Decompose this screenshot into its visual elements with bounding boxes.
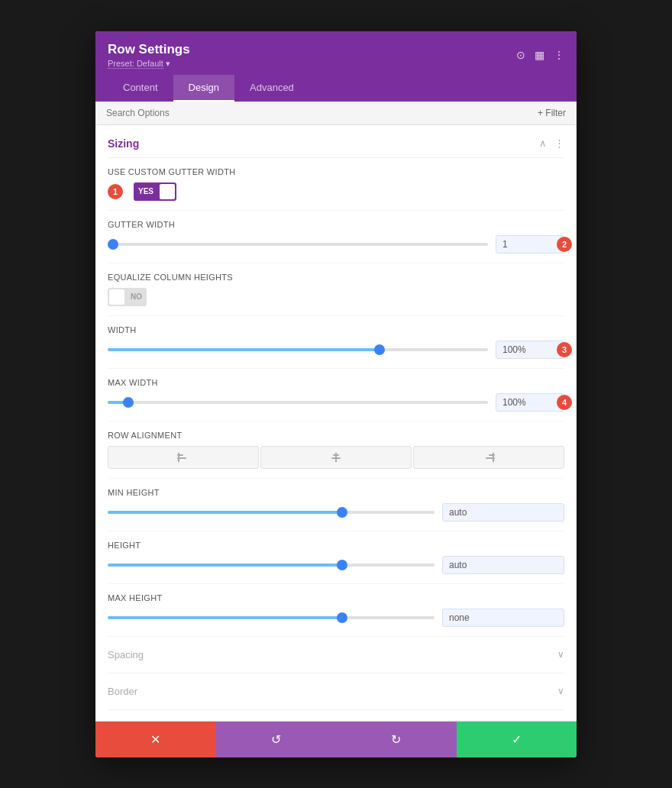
collapse-icon[interactable]: ∧ <box>539 137 547 149</box>
tab-design[interactable]: Design <box>173 75 234 102</box>
width-label: Width <box>108 325 564 334</box>
height-label: Height <box>108 541 564 550</box>
min-height-slider-row: auto <box>108 503 564 522</box>
cancel-button[interactable]: ✕ <box>95 722 216 757</box>
use-custom-gutter-group: Use Custom Gutter Width 1 YES <box>108 158 564 211</box>
border-title: Border <box>108 686 137 697</box>
width-slider[interactable] <box>108 348 488 351</box>
sizing-section-header: Sizing ∧ ⋮ <box>108 125 564 158</box>
gutter-width-slider-row: 1 2 <box>108 235 564 254</box>
filter-button[interactable]: + Filter <box>538 108 566 118</box>
modal-title: Row Settings <box>108 42 190 57</box>
gutter-width-label: Gutter Width <box>108 220 564 229</box>
gutter-width-input-wrap: 1 2 <box>496 235 564 254</box>
min-height-fill <box>108 511 343 514</box>
preset-label[interactable]: Preset: Default <box>108 59 163 69</box>
min-height-slider[interactable] <box>108 511 435 514</box>
section-controls: ∧ ⋮ <box>539 137 564 149</box>
border-chevron: ∨ <box>557 686 564 696</box>
badge-4: 4 <box>557 395 572 410</box>
height-slider[interactable] <box>108 564 435 567</box>
height-value[interactable]: auto <box>442 556 564 574</box>
equalize-toggle[interactable]: NO <box>108 288 147 306</box>
modal-subtitle: Preset: Default ▾ <box>108 59 190 69</box>
box-shadow-section[interactable]: Box Shadow ∨ <box>108 710 564 721</box>
max-width-group: Max Width 100% 4 <box>108 369 564 421</box>
width-input-wrap: 100% 3 <box>496 341 564 359</box>
header-title-group: Row Settings Preset: Default ▾ <box>108 42 190 69</box>
row-alignment-label: Row Alignment <box>108 431 564 440</box>
min-height-label: Min Height <box>108 488 564 497</box>
save-button[interactable]: ✓ <box>457 722 577 757</box>
row-settings-modal: Row Settings Preset: Default ▾ ⊙ ▦ ⋮ Con… <box>95 31 577 757</box>
max-height-value[interactable]: none <box>442 609 564 627</box>
gutter-width-group: Gutter Width 1 2 <box>108 211 564 263</box>
width-group: Width 100% 3 <box>108 316 564 369</box>
toggle-yes-label: YES <box>134 187 158 195</box>
equalize-heights-group: Equalize Column Heights NO <box>108 263 564 316</box>
spacing-title: Spacing <box>108 649 144 660</box>
target-icon[interactable]: ⊙ <box>516 49 525 61</box>
alignment-row <box>108 446 564 469</box>
header-icons: ⊙ ▦ ⋮ <box>516 49 564 61</box>
width-value[interactable]: 100% <box>496 341 564 359</box>
gutter-width-thumb[interactable] <box>108 239 118 250</box>
max-width-thumb[interactable] <box>123 397 134 408</box>
max-height-slider-row: none <box>108 609 564 627</box>
gutter-toggle-row: 1 YES <box>108 182 564 201</box>
row-alignment-group: Row Alignment <box>108 421 564 479</box>
spacing-chevron: ∨ <box>557 649 564 660</box>
border-section[interactable]: Border ∨ <box>108 673 564 710</box>
max-width-slider[interactable] <box>108 401 488 404</box>
tab-advanced[interactable]: Advanced <box>234 75 309 102</box>
equalize-toggle-row: NO <box>108 288 564 306</box>
max-height-thumb[interactable] <box>337 612 347 623</box>
sizing-title: Sizing <box>108 137 139 150</box>
toggle-no-label: NO <box>126 292 147 301</box>
max-width-input-wrap: 100% 4 <box>496 393 564 412</box>
min-height-value[interactable]: auto <box>442 503 564 522</box>
max-width-label: Max Width <box>108 378 564 387</box>
align-right-button[interactable] <box>413 446 564 469</box>
height-fill <box>108 564 343 567</box>
gutter-width-value[interactable]: 1 <box>496 235 564 254</box>
toggle-yes-knob <box>160 184 175 199</box>
width-thumb[interactable] <box>374 344 385 355</box>
gutter-width-slider[interactable] <box>108 243 488 246</box>
align-left-button[interactable] <box>108 446 259 469</box>
spacing-section[interactable]: Spacing ∨ <box>108 637 564 673</box>
max-height-slider[interactable] <box>108 616 435 619</box>
redo-button[interactable]: ↻ <box>336 722 457 757</box>
equalize-heights-label: Equalize Column Heights <box>108 273 564 282</box>
min-height-group: Min Height auto <box>108 479 564 531</box>
height-group: Height auto <box>108 531 564 584</box>
reset-button[interactable]: ↺ <box>216 722 337 757</box>
max-height-fill <box>108 616 343 619</box>
layout-icon[interactable]: ▦ <box>535 49 544 61</box>
width-slider-row: 100% 3 <box>108 341 564 359</box>
min-height-thumb[interactable] <box>337 507 347 518</box>
section-more-icon[interactable]: ⋮ <box>554 137 564 149</box>
align-center-button[interactable] <box>260 446 412 469</box>
height-thumb[interactable] <box>337 560 347 570</box>
width-fill <box>108 348 382 351</box>
badge-1: 1 <box>108 184 123 199</box>
height-slider-row: auto <box>108 556 564 574</box>
header-top: Row Settings Preset: Default ▾ ⊙ ▦ ⋮ <box>108 42 564 69</box>
toggle-no-knob <box>109 289 124 305</box>
tab-content[interactable]: Content <box>108 75 173 102</box>
more-icon[interactable]: ⋮ <box>554 49 564 61</box>
tabs: Content Design Advanced <box>108 75 564 102</box>
max-height-group: Max Height none <box>108 584 564 637</box>
search-bar: + Filter <box>95 102 577 125</box>
gutter-toggle[interactable]: YES <box>134 182 176 201</box>
modal-header: Row Settings Preset: Default ▾ ⊙ ▦ ⋮ Con… <box>95 31 577 102</box>
modal-footer: ✕ ↺ ↻ ✓ <box>95 721 577 757</box>
search-input[interactable] <box>106 108 538 118</box>
max-width-value[interactable]: 100% <box>496 393 564 412</box>
max-width-slider-row: 100% 4 <box>108 393 564 412</box>
badge-2: 2 <box>557 237 572 252</box>
gutter-toggle-label: Use Custom Gutter Width <box>108 167 564 176</box>
content-area: Sizing ∧ ⋮ Use Custom Gutter Width 1 YES… <box>95 125 577 721</box>
badge-3: 3 <box>557 342 572 357</box>
